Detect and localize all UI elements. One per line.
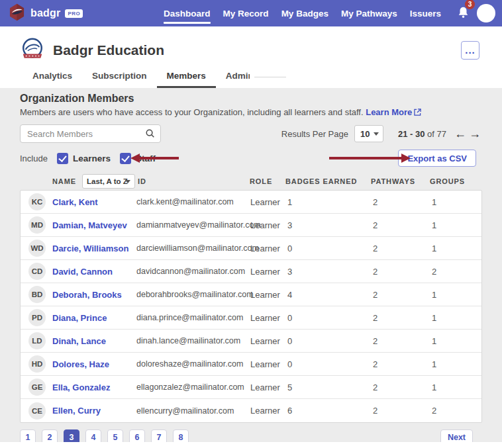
groups-count: 1 (430, 359, 481, 369)
badges-earned-count: 0 (286, 359, 372, 369)
learners-checkbox[interactable] (57, 153, 68, 164)
badges-earned-count: 1 (286, 197, 372, 207)
user-avatar[interactable] (477, 4, 495, 22)
table-row: CE Ellen, Curry ellencurry@mailinator.co… (21, 399, 481, 422)
description-text: Members are users who have access to you… (20, 107, 364, 117)
groups-count: 1 (430, 313, 481, 323)
footer-strip (0, 442, 502, 448)
column-header-groups: GROUPS (430, 177, 482, 185)
pathways-count: 2 (372, 382, 430, 392)
avatar: MD (28, 216, 46, 234)
search-input[interactable] (20, 124, 161, 143)
member-role: Learner (250, 382, 286, 392)
nav-item-my-record[interactable]: My Record (223, 0, 269, 26)
avatar: WD (28, 240, 46, 257)
page-title: Badgr Education (53, 42, 164, 58)
member-name-link[interactable]: Ella, Gonzalez (52, 382, 136, 392)
learners-label: Learners (73, 154, 111, 163)
member-role: Learner (250, 290, 286, 300)
pro-badge: PRO (65, 9, 83, 18)
table-row: WD Darcie, Williamson darciewilliamson@m… (21, 237, 481, 260)
member-name-link[interactable]: Dolores, Haze (52, 359, 136, 369)
nav-menu: Dashboard My Record My Badges My Pathway… (164, 0, 441, 26)
external-link-icon (414, 107, 421, 119)
member-email: dinah.lance@mailinator.com (136, 336, 250, 345)
member-email: davidcannon@mailinator.com (136, 267, 250, 276)
badges-earned-count: 6 (286, 406, 372, 416)
section-description: Members are users who have access to you… (20, 107, 482, 119)
avatar: HD (28, 355, 46, 373)
groups-count: 2 (430, 406, 481, 416)
org-options-button[interactable]: ... (461, 41, 479, 60)
pathways-count: 2 (372, 406, 430, 416)
nav-item-my-badges[interactable]: My Badges (281, 0, 328, 26)
results-per-page-select[interactable]: 10 (354, 125, 383, 142)
member-role: Learner (250, 313, 286, 323)
member-name-link[interactable]: Deborah, Brooks (52, 290, 136, 300)
member-role: Learner (250, 336, 286, 346)
member-email: darciewilliamson@mailinator.com (136, 244, 250, 253)
member-email: deborahbrooks@mailinator.com (136, 290, 250, 299)
staff-checkbox[interactable] (120, 153, 131, 164)
member-role: Learner (250, 244, 286, 253)
sort-select[interactable]: Last, A to Z (82, 174, 135, 189)
column-header-pathways: PATHWAYS (371, 177, 430, 185)
avatar: CE (28, 402, 46, 420)
table-header: NAME Last, A to Z ID ROLE BADGES EARNED … (20, 172, 482, 190)
learn-more-label: Learn More (366, 107, 412, 117)
learners-checkbox-option[interactable]: Learners (57, 153, 111, 164)
previous-page-arrow[interactable]: ← (453, 127, 468, 140)
badgr-logo[interactable]: badgr PRO (8, 3, 83, 24)
tab-subscription[interactable]: Subscription (82, 71, 157, 88)
badges-earned-count: 5 (286, 382, 372, 392)
member-name-link[interactable]: David, Cannon (52, 267, 136, 277)
top-nav: badgr PRO Dashboard My Record My Badges … (0, 0, 502, 26)
member-role: Learner (250, 359, 286, 369)
column-header-name: NAME (52, 177, 76, 185)
tab-analytics[interactable]: Analytics (23, 71, 82, 88)
table-toolbar: Results Per Page 10 21 - 30 of 77 ← → (20, 124, 482, 143)
next-page-arrow[interactable]: → (468, 127, 482, 140)
pathways-count: 2 (372, 244, 430, 253)
table-row: PD Diana, Prince diana.prince@mailinator… (21, 306, 481, 330)
learn-more-link[interactable]: Learn More (366, 107, 421, 117)
member-role: Learner (250, 220, 286, 230)
bell-icon (458, 9, 469, 21)
member-name-link[interactable]: Diana, Prince (52, 313, 136, 323)
avatar: BD (28, 286, 46, 303)
pathways-count: 2 (372, 313, 430, 323)
member-name-link[interactable]: Damian, Matveyev (52, 220, 136, 230)
table-row: HD Dolores, Haze doloreshaze@mailinator.… (21, 353, 481, 376)
groups-count: 2 (430, 267, 481, 277)
nav-item-my-pathways[interactable]: My Pathways (341, 0, 397, 26)
nav-item-dashboard[interactable]: Dashboard (164, 0, 211, 26)
chevron-down-icon (374, 132, 379, 136)
search-icon[interactable] (145, 128, 155, 141)
member-name-link[interactable]: Ellen, Curry (52, 406, 136, 416)
notifications-button[interactable]: 3 (458, 6, 469, 21)
table-row: CD David, Cannon davidcannon@mailinator.… (21, 260, 481, 283)
groups-count: 1 (430, 220, 481, 230)
groups-count: 1 (430, 290, 481, 300)
nav-item-issuers[interactable]: Issuers (410, 0, 441, 26)
member-name-link[interactable]: Clark, Kent (52, 197, 136, 207)
org-header: Badgr Education ... Analytics Subscripti… (0, 26, 502, 88)
avatar: CD (28, 263, 46, 280)
include-label: Include (20, 154, 48, 163)
member-email: doloreshaze@mailinator.com (136, 359, 250, 369)
member-role: Learner (250, 197, 286, 207)
tab-members[interactable]: Members (157, 71, 216, 88)
badges-earned-count: 3 (286, 267, 372, 277)
member-email: damianmatveyev@mailinator.com (136, 220, 250, 230)
member-name-link[interactable]: Dinah, Lance (52, 336, 136, 346)
table-row: LD Dinah, Lance dinah.lance@mailinator.c… (21, 330, 481, 353)
badges-earned-count: 0 (286, 313, 372, 323)
avatar: PD (28, 309, 46, 326)
brand-name: badgr (30, 7, 60, 19)
results-per-page-label: Results Per Page (281, 129, 348, 139)
range-values: 21 - 30 (398, 129, 425, 139)
groups-count: 1 (430, 244, 481, 253)
member-name-link[interactable]: Darcie, Williamson (52, 244, 136, 253)
groups-count: 1 (430, 197, 481, 207)
member-email: ellencurry@mailinator.com (136, 406, 250, 416)
